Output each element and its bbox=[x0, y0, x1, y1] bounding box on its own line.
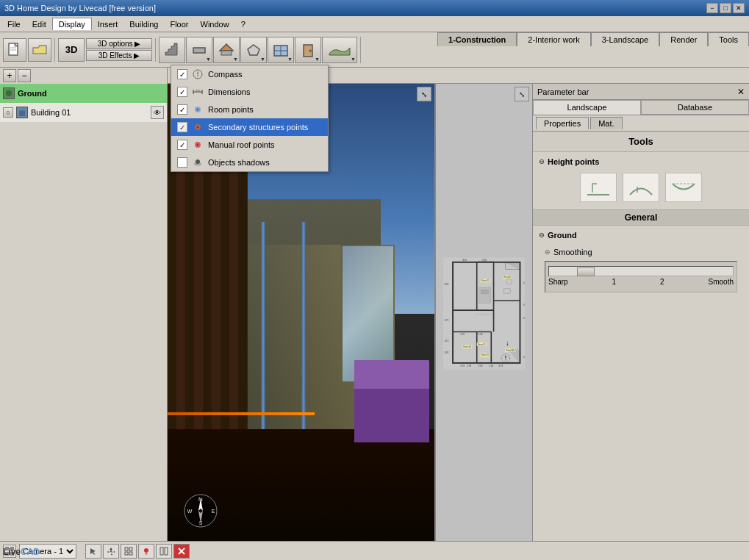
svg-point-98 bbox=[197, 109, 199, 111]
livecad-logo: LiveCAD bbox=[3, 547, 40, 557]
svg-rect-110 bbox=[129, 548, 132, 550]
secondary-checkbox[interactable]: ✓ bbox=[177, 122, 187, 132]
dropdown-shadows[interactable]: Objects shadows bbox=[171, 154, 328, 171]
compass-checkbox[interactable]: ✓ bbox=[177, 69, 187, 79]
panel-close-button[interactable]: ✕ bbox=[737, 87, 745, 97]
marker-tool-button[interactable] bbox=[138, 544, 154, 559]
height-point-flat[interactable] bbox=[580, 173, 617, 202]
height-point-hill[interactable] bbox=[623, 173, 659, 202]
window-title: 3D Home Design by Livecad [free version] bbox=[4, 4, 156, 12]
minimize-button[interactable]: − bbox=[706, 3, 718, 13]
remove-layer-button[interactable]: − bbox=[18, 69, 31, 82]
move-tool-button[interactable] bbox=[103, 544, 119, 559]
shadows-checkbox[interactable] bbox=[177, 157, 187, 168]
wall-tool[interactable]: ▼ bbox=[186, 37, 212, 63]
3d-options-button[interactable]: 3D options ▶ bbox=[86, 38, 152, 49]
3d-corner-btn[interactable]: ⤡ bbox=[417, 87, 431, 101]
smoothing-slider-row bbox=[548, 266, 734, 276]
dropdown-compass[interactable]: ✓ Compass bbox=[171, 65, 328, 83]
smoothing-section: ⊖ Smoothing Sharp 1 bbox=[539, 242, 743, 298]
floor-tool[interactable]: ▼ bbox=[240, 37, 267, 63]
menu-file[interactable]: File bbox=[1, 18, 26, 30]
expand-building-button[interactable]: ○ bbox=[3, 107, 13, 118]
tab-construction[interactable]: 1-Construction bbox=[437, 32, 517, 46]
split-tool-button[interactable] bbox=[156, 544, 172, 559]
room-points-label: Room points bbox=[208, 105, 254, 114]
panel-subtab-mat[interactable]: Mat. bbox=[590, 117, 622, 129]
grid-tool-button[interactable] bbox=[121, 544, 137, 559]
height-point-valley[interactable] bbox=[665, 173, 702, 202]
main-area: + − Ground ○ Building 01 👁 Start 🏠 Demo_… bbox=[0, 68, 749, 544]
svg-text:8.10: 8.10 bbox=[463, 259, 467, 262]
svg-point-113 bbox=[144, 548, 148, 553]
roof-tool[interactable]: ▼ bbox=[213, 37, 240, 63]
tools-header: Tools bbox=[533, 132, 749, 152]
ground-layer[interactable]: Ground bbox=[0, 84, 167, 103]
menu-help[interactable]: ? bbox=[235, 18, 251, 30]
scene-orange-rail bbox=[168, 412, 315, 415]
ground-icon bbox=[3, 87, 15, 99]
panel-title: Parameter bar bbox=[537, 87, 589, 96]
level-1-label: 1 bbox=[612, 278, 617, 286]
panel-subtab-properties[interactable]: Properties bbox=[536, 117, 589, 129]
compass-label: Compass bbox=[208, 70, 242, 79]
svg-text:2.24: 2.24 bbox=[489, 365, 493, 367]
svg-rect-6 bbox=[221, 51, 232, 55]
smoothing-handle[interactable] bbox=[577, 268, 595, 276]
svg-marker-92 bbox=[197, 74, 198, 78]
open-button[interactable] bbox=[28, 38, 51, 62]
dropdown-secondary-points[interactable]: ✓ Secondary structures points bbox=[171, 118, 328, 136]
dimensions-checkbox[interactable]: ✓ bbox=[177, 87, 187, 97]
dimensions-icon: 1m bbox=[192, 86, 204, 98]
svg-rect-112 bbox=[129, 552, 132, 555]
new-button[interactable] bbox=[3, 38, 26, 62]
secondary-icon bbox=[192, 121, 204, 133]
svg-marker-15 bbox=[19, 109, 25, 111]
room-points-checkbox[interactable]: ✓ bbox=[177, 104, 187, 115]
display-dropdown-menu: ✓ Compass ✓ 1m Dimensions ✓ Room points … bbox=[171, 65, 329, 172]
maximize-button[interactable]: □ bbox=[720, 3, 731, 13]
svg-rect-115 bbox=[165, 548, 168, 555]
dropdown-roof-points[interactable]: ✓ Manual roof points bbox=[171, 136, 328, 154]
roof-points-checkbox[interactable]: ✓ bbox=[177, 140, 187, 150]
select-tool-button[interactable] bbox=[85, 544, 101, 559]
close-button[interactable]: ✕ bbox=[733, 3, 745, 13]
menu-display[interactable]: Display bbox=[52, 18, 92, 30]
add-layer-button[interactable]: + bbox=[3, 69, 16, 82]
window-tool[interactable]: ▼ bbox=[268, 37, 294, 63]
terrain-tool[interactable]: ▼ bbox=[322, 37, 357, 63]
dropdown-dimensions[interactable]: ✓ 1m Dimensions bbox=[171, 83, 328, 101]
building-visibility-toggle[interactable]: 👁 bbox=[151, 106, 164, 119]
menu-edit[interactable]: Edit bbox=[26, 18, 52, 30]
tab-render[interactable]: Render bbox=[659, 32, 708, 46]
toolbar-construction-section: ▼ ▼ ▼ ▼ ▼ ▼ bbox=[159, 37, 361, 63]
svg-text:4.27: 4.27 bbox=[523, 317, 525, 320]
menu-insert[interactable]: Insert bbox=[92, 18, 124, 30]
panel-tab-landscape[interactable]: Landscape bbox=[533, 100, 641, 115]
tab-interior[interactable]: 2-Interior work bbox=[517, 32, 590, 46]
toolbar-3d-section: 3D 3D options ▶ 3D Effects ▶ bbox=[58, 38, 156, 62]
icon-tools-group: ▼ ▼ ▼ ▼ ▼ ▼ bbox=[159, 37, 357, 63]
bottom-tools bbox=[85, 544, 190, 559]
3d-view-button[interactable]: 3D bbox=[58, 38, 85, 62]
menu-building[interactable]: Building bbox=[123, 18, 164, 30]
delete-tool-button[interactable] bbox=[173, 544, 190, 559]
menu-window[interactable]: Window bbox=[195, 18, 235, 30]
stairs-tool[interactable] bbox=[159, 37, 185, 63]
tab-landscape[interactable]: 3-Landscape bbox=[591, 32, 660, 46]
expand-2d-button[interactable]: ⤡ bbox=[515, 87, 529, 101]
menu-floor[interactable]: Floor bbox=[164, 18, 194, 30]
roof-points-label: Manual roof points bbox=[208, 140, 275, 149]
smoothing-slider[interactable] bbox=[548, 266, 734, 276]
svg-marker-5 bbox=[220, 44, 233, 51]
building-label: Building 01 bbox=[31, 108, 71, 117]
smoothing-labels: Sharp 1 2 Smooth bbox=[548, 276, 734, 287]
tools-title: Tools bbox=[536, 134, 746, 148]
3d-effects-button[interactable]: 3D Effects ▶ bbox=[86, 50, 152, 61]
building-layer[interactable]: ○ Building 01 👁 bbox=[0, 103, 167, 122]
secondary-structures-label: Secondary structures points bbox=[208, 123, 308, 132]
door-tool[interactable]: ▼ bbox=[295, 37, 321, 63]
panel-tab-database[interactable]: Database bbox=[641, 100, 749, 115]
tab-tools[interactable]: Tools bbox=[708, 32, 749, 46]
dropdown-room-points[interactable]: ✓ Room points bbox=[171, 101, 328, 118]
